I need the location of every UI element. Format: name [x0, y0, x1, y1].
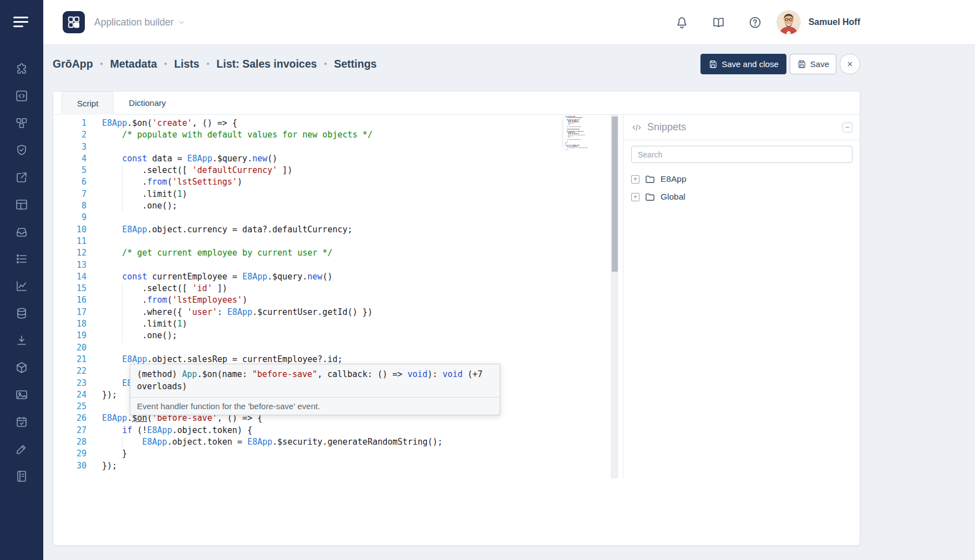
app-title: Application builder: [94, 17, 174, 28]
snippets-title: Snippets: [647, 121, 686, 133]
code-line[interactable]: E8App.object.token = E8App.$security.gen…: [102, 436, 443, 448]
avatar[interactable]: [776, 10, 801, 34]
layout-icon[interactable]: [15, 198, 28, 211]
tooltip-signature: (method) App.$on(name: "before-save", ca…: [130, 364, 500, 397]
line-number: 29: [70, 448, 87, 460]
snippet-group-label: Global: [661, 192, 685, 202]
line-number: 27: [70, 425, 87, 436]
user-name[interactable]: Samuel Hoff: [809, 17, 860, 27]
line-numbers: 1234567891011121314151617181920212223242…: [70, 118, 87, 472]
minimap[interactable]: [563, 115, 611, 150]
code-line[interactable]: .limit(1): [102, 189, 443, 200]
journal-icon[interactable]: [15, 470, 28, 483]
head-actions: Save and close Save: [700, 54, 860, 74]
notifications-icon[interactable]: [675, 16, 689, 29]
snippet-group-label: E8App: [661, 174, 687, 184]
breadcrumb-item[interactable]: GrōApp: [53, 58, 93, 70]
list-icon[interactable]: [15, 252, 28, 266]
code-line[interactable]: [102, 212, 443, 223]
expand-icon[interactable]: +: [631, 193, 639, 201]
inbox-icon[interactable]: [15, 225, 28, 238]
help-icon[interactable]: [748, 16, 762, 29]
download-icon[interactable]: [15, 334, 28, 347]
indent-guide: [122, 200, 123, 212]
snippet-group-e8app[interactable]: +E8App: [631, 172, 852, 186]
line-number: 13: [70, 259, 87, 271]
snippet-group-global[interactable]: +Global: [631, 190, 852, 204]
code-line[interactable]: .from('lstSettings'): [102, 176, 443, 188]
code-line[interactable]: const data = E8App.$query.new(): [102, 153, 443, 165]
code-line[interactable]: if (!E8App.object.token) {: [102, 425, 443, 436]
chart-icon[interactable]: [15, 279, 28, 293]
breadcrumb-separator: •: [324, 59, 327, 68]
save-icon: [708, 59, 718, 69]
line-number: 15: [70, 283, 87, 294]
calendar-check-icon[interactable]: [15, 415, 28, 429]
line-number: 18: [70, 318, 87, 330]
breadcrumb-item[interactable]: Metadata: [110, 58, 157, 70]
breadcrumb-separator: •: [100, 59, 103, 68]
tab-script[interactable]: Script: [62, 91, 114, 115]
blocks-icon[interactable]: [15, 116, 28, 130]
code-line[interactable]: .limit(1): [102, 318, 443, 330]
app-switcher[interactable]: Application builder: [94, 0, 186, 44]
code-line[interactable]: const currentEmployee = E8App.$query.new…: [102, 271, 443, 283]
line-number: 10: [70, 224, 87, 236]
code-line[interactable]: /* get current employee by current user …: [102, 247, 443, 259]
code-line[interactable]: [102, 141, 443, 153]
pen-icon[interactable]: [15, 442, 28, 456]
image-icon[interactable]: [15, 388, 28, 401]
code-line[interactable]: .select([ 'id' ]): [102, 283, 443, 294]
line-number: 7: [70, 189, 87, 200]
package-icon[interactable]: [15, 361, 28, 374]
indent-guide: [122, 436, 123, 448]
code-line[interactable]: });: [102, 460, 443, 472]
code-line[interactable]: .select([ 'defaultCurrency' ]): [102, 165, 443, 176]
snippets-tree: +E8App+Global: [623, 163, 860, 216]
indent-guide: [122, 318, 123, 330]
close-icon: [845, 59, 855, 69]
script-editor[interactable]: 1234567891011121314151617181920212223242…: [53, 115, 623, 478]
shield-icon[interactable]: [15, 144, 28, 157]
breadcrumb-separator: •: [206, 59, 209, 68]
code-line[interactable]: E8App.$on('create', () => {: [102, 118, 443, 129]
breadcrumb-separator: •: [164, 59, 167, 68]
indent-guide: [122, 176, 123, 188]
external-link-icon[interactable]: [15, 171, 28, 184]
puzzle-icon[interactable]: [15, 62, 28, 75]
code-line[interactable]: [102, 342, 443, 354]
code-line[interactable]: .where({ 'user': E8App.$currentUser.getI…: [102, 307, 443, 318]
close-button[interactable]: [840, 54, 860, 74]
save-label: Save: [810, 59, 829, 69]
chevron-down-icon: [177, 18, 186, 27]
code-line[interactable]: [102, 259, 443, 271]
code-icon[interactable]: [15, 89, 28, 103]
code-line[interactable]: /* populate with default values for new …: [102, 129, 443, 141]
indent-guide: [122, 283, 123, 294]
docs-icon[interactable]: [712, 16, 725, 29]
indent-guide: [122, 294, 123, 306]
breadcrumb-item[interactable]: Lists: [174, 58, 200, 70]
code-line[interactable]: .from('lstEmployees'): [102, 294, 443, 306]
line-number: 16: [70, 294, 87, 306]
tab-dictionary[interactable]: Dictionary: [114, 91, 181, 114]
scrollbar-thumb[interactable]: [612, 116, 618, 272]
breadcrumb-item[interactable]: List: Sales invoices: [216, 58, 317, 70]
code-line[interactable]: }: [102, 448, 443, 460]
breadcrumb: GrōApp•Metadata•Lists•List: Sales invoic…: [53, 58, 700, 70]
menu-toggle-button[interactable]: [13, 17, 30, 29]
database-icon[interactable]: [15, 307, 28, 320]
editor-scrollbar[interactable]: [611, 115, 618, 478]
code-line[interactable]: .one();: [102, 330, 443, 342]
code-line[interactable]: E8App.object.currency = data?.defaultCur…: [102, 224, 443, 236]
tooltip-description: Event handler function for the 'before-s…: [130, 397, 500, 415]
code-line[interactable]: [102, 236, 443, 247]
expand-icon[interactable]: +: [631, 175, 639, 184]
save-button[interactable]: Save: [790, 54, 836, 74]
snippets-search-input[interactable]: [631, 146, 852, 163]
save-and-close-button[interactable]: Save and close: [700, 54, 786, 74]
collapse-panel-button[interactable]: −: [842, 123, 852, 133]
line-number: 20: [70, 342, 87, 354]
code-line[interactable]: .one();: [102, 200, 443, 212]
app-logo[interactable]: [63, 11, 85, 33]
